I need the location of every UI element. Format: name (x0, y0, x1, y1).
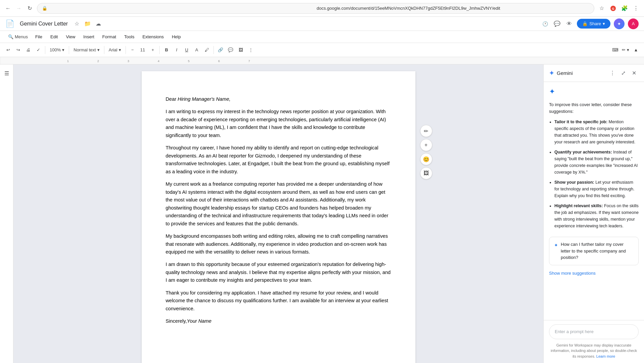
svg-text:5: 5 (188, 59, 190, 63)
menu-extensions[interactable]: Extensions (139, 33, 167, 41)
prompt-input[interactable]: Enter a prompt here (549, 324, 639, 339)
keyboard-shortcut-button[interactable]: ⌨ (610, 45, 620, 55)
extension-1-button[interactable]: G (608, 4, 618, 13)
collapse-toolbar-button[interactable]: ▲ (631, 45, 641, 55)
share-button[interactable]: 🔒 Share ▾ (577, 19, 610, 29)
gemini-disclaimer: Gemini for Workspace may display inaccur… (549, 343, 639, 359)
underline-button[interactable]: U (182, 45, 191, 55)
paragraph-6: Thank you for considering my application… (166, 289, 391, 313)
show-more-button[interactable]: Show more suggestions (549, 269, 639, 277)
closing: Sincerely,Your Name (166, 317, 391, 325)
suggestion-card-text: How can I further tailor my cover letter… (561, 241, 634, 261)
gemini-intro: To improve this cover letter, consider t… (549, 101, 639, 115)
doc-title: Gemini Cover Letter (20, 21, 68, 27)
menu-insert[interactable]: Insert (80, 33, 98, 41)
svg-text:1: 1 (67, 59, 69, 63)
nav-buttons: ← → ↻ (3, 4, 34, 13)
font-size-decrease-button[interactable]: − (128, 45, 137, 55)
italic-button[interactable]: I (172, 45, 181, 55)
undo-button[interactable]: ↩ (3, 45, 13, 55)
share-label: Share (589, 21, 601, 26)
svg-text:4: 4 (158, 59, 159, 63)
docs-menubar: 🔍 Menus File Edit View Insert Format Too… (0, 31, 644, 43)
toolbar-separator-3 (104, 46, 104, 54)
float-image-button[interactable]: 🖼 (420, 167, 432, 179)
suggestion-1: Tailor it to the specific job: Mention s… (554, 119, 639, 145)
menu-format[interactable]: Format (99, 33, 119, 41)
redo-button[interactable]: ↪ (13, 45, 23, 55)
back-button[interactable]: ← (3, 4, 13, 13)
salutation: Dear Hiring Manager's Name, (166, 95, 391, 103)
share-lock-icon: 🔒 (582, 21, 588, 26)
paragraph-2: Throughout my career, I have honed my ab… (166, 144, 391, 176)
bookmark-button[interactable]: ☆ (597, 4, 606, 13)
menu-edit[interactable]: Edit (47, 33, 61, 41)
gemini-menu-button[interactable]: ⋮ (608, 69, 617, 78)
gemini-footer: Enter a prompt here Gemini for Workspace… (544, 320, 644, 363)
search-menus-button[interactable]: 🔍 Menus (5, 32, 31, 42)
toolbar-separator-5 (159, 46, 160, 54)
menu-help[interactable]: Help (168, 33, 184, 41)
gemini-nav-button[interactable]: ✦ (614, 18, 625, 29)
view-button[interactable]: 👁 (565, 19, 574, 28)
gemini-panel: ✦ Gemini ⋮ ⤢ ✕ ✦ To improve this cover l… (543, 64, 644, 363)
highlight-button[interactable]: 🖊 (202, 45, 211, 55)
prompt-placeholder: Enter a prompt here (555, 329, 594, 334)
gemini-expand-button[interactable]: ⤢ (618, 69, 628, 78)
move-button[interactable]: 📁 (83, 19, 92, 28)
paragraph-4: My background encompasses both writing a… (166, 232, 391, 256)
doc-actions: ☆ 📁 ☁ (72, 19, 103, 28)
spell-check-button[interactable]: ✓ (34, 45, 43, 55)
more-button[interactable]: ⋮ (631, 4, 641, 13)
font-size-increase-button[interactable]: + (148, 45, 157, 55)
ruler-svg: 1 2 3 4 5 6 7 (0, 57, 644, 64)
extension-2-button[interactable]: 🧩 (620, 4, 629, 13)
suggestion-card-star-icon: ✦ (554, 242, 558, 261)
gemini-star-icon: ✦ (549, 87, 639, 96)
salutation-italic: Hiring Manager's Name, (178, 96, 231, 102)
image-button[interactable]: 🖼 (236, 45, 245, 55)
svg-text:2: 2 (97, 59, 99, 63)
style-selector[interactable]: Normal text ▾ (71, 45, 102, 55)
link-button[interactable]: 🔗 (216, 45, 225, 55)
menu-view[interactable]: View (62, 33, 79, 41)
signature: Your Name (187, 318, 211, 324)
menu-file[interactable]: File (32, 33, 46, 41)
svg-rect-2 (0, 57, 644, 64)
doc-area[interactable]: Dear Hiring Manager's Name, I am writing… (13, 64, 543, 363)
doc-float-toolbar: ✏ + 😊 🖼 (420, 125, 432, 179)
doc-page: Dear Hiring Manager's Name, I am writing… (142, 71, 415, 363)
gemini-header: ✦ Gemini ⋮ ⤢ ✕ (544, 64, 644, 82)
more-formatting-button[interactable]: ⋮ (246, 45, 255, 55)
editing-mode-button[interactable]: ✏ ▾ (621, 45, 631, 55)
style-chevron-icon: ▾ (97, 47, 100, 52)
gemini-title: Gemini (557, 70, 605, 76)
refresh-button[interactable]: ↻ (25, 4, 34, 13)
gemini-body: ✦ To improve this cover letter, consider… (544, 82, 644, 320)
comment-button[interactable]: 💬 (226, 45, 235, 55)
font-selector[interactable]: Arial ▾ (106, 45, 123, 55)
address-bar[interactable]: 🔒 docs.google.com/document/d/15eeMNoVmcn… (37, 3, 594, 14)
gemini-close-button[interactable]: ✕ (629, 69, 639, 78)
suggestion-3-title: Show your passion: (554, 180, 594, 185)
font-color-button[interactable]: A (192, 45, 201, 55)
font-size-selector[interactable]: 11 (138, 45, 147, 55)
outline-button[interactable]: ☰ (1, 68, 12, 79)
ruler: 1 2 3 4 5 6 7 (0, 57, 644, 64)
print-button[interactable]: 🖨 (23, 45, 33, 55)
bold-button[interactable]: B (162, 45, 171, 55)
suggestion-card[interactable]: ✦ How can I further tailor my cover lett… (549, 237, 639, 265)
learn-more-link[interactable]: Learn more (596, 354, 615, 358)
forward-button[interactable]: → (14, 4, 23, 13)
float-add-button[interactable]: + (420, 139, 432, 151)
gemini-logo-icon: ✦ (549, 70, 554, 77)
star-button[interactable]: ☆ (72, 19, 81, 28)
comments-button[interactable]: 💬 (553, 19, 561, 28)
menu-tools[interactable]: Tools (121, 33, 138, 41)
float-emoji-button[interactable]: 😊 (420, 153, 432, 165)
zoom-selector[interactable]: 100% ▾ (47, 45, 67, 55)
cloud-button[interactable]: ☁ (94, 19, 103, 28)
history-button[interactable]: 🕐 (541, 19, 549, 28)
avatar[interactable]: A (628, 18, 639, 29)
float-edit-button[interactable]: ✏ (420, 125, 432, 137)
